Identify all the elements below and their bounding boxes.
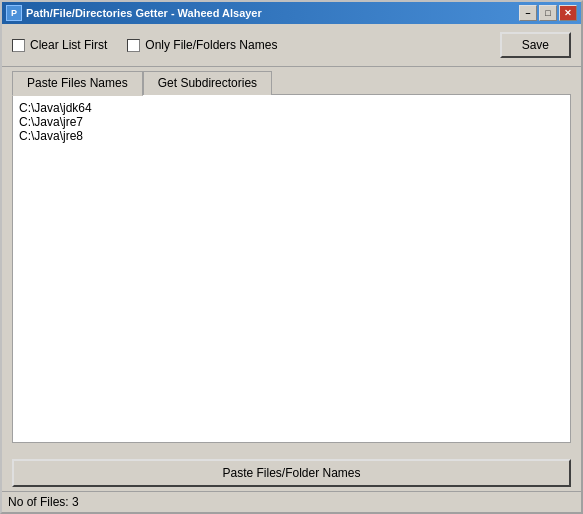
- status-text: No of Files: 3: [8, 495, 79, 509]
- toolbar: Clear List First Only File/Folders Names…: [2, 24, 581, 67]
- files-textarea[interactable]: [13, 95, 570, 442]
- tab-area: Paste Files Names Get Subdirectories: [2, 67, 581, 453]
- tabs: Paste Files Names Get Subdirectories: [12, 71, 571, 95]
- clear-list-first-checkbox-box[interactable]: [12, 39, 25, 52]
- clear-list-first-label: Clear List First: [30, 38, 107, 52]
- tab-paste-files[interactable]: Paste Files Names: [12, 71, 143, 96]
- tab-content: [12, 94, 571, 443]
- title-bar: P Path/File/Directories Getter - Waheed …: [2, 2, 581, 24]
- main-window: P Path/File/Directories Getter - Waheed …: [0, 0, 583, 514]
- paste-files-button[interactable]: Paste Files/Folder Names: [12, 459, 571, 487]
- bottom-area: Paste Files/Folder Names: [2, 453, 581, 491]
- only-filenames-label: Only File/Folders Names: [145, 38, 277, 52]
- title-bar-left: P Path/File/Directories Getter - Waheed …: [6, 5, 262, 21]
- tab-get-subdirectories[interactable]: Get Subdirectories: [143, 71, 272, 95]
- maximize-button[interactable]: □: [539, 5, 557, 21]
- clear-list-first-checkbox[interactable]: Clear List First: [12, 38, 107, 52]
- save-button[interactable]: Save: [500, 32, 571, 58]
- toolbar-left: Clear List First Only File/Folders Names: [12, 38, 277, 52]
- status-bar: No of Files: 3: [2, 491, 581, 512]
- tab-get-subdirectories-label: Get Subdirectories: [158, 76, 257, 90]
- close-button[interactable]: ✕: [559, 5, 577, 21]
- app-icon: P: [6, 5, 22, 21]
- only-filenames-checkbox-box[interactable]: [127, 39, 140, 52]
- title-bar-buttons: – □ ✕: [519, 5, 577, 21]
- minimize-button[interactable]: –: [519, 5, 537, 21]
- only-filenames-checkbox[interactable]: Only File/Folders Names: [127, 38, 277, 52]
- tab-paste-files-label: Paste Files Names: [27, 76, 128, 90]
- window-title: Path/File/Directories Getter - Waheed Al…: [26, 7, 262, 19]
